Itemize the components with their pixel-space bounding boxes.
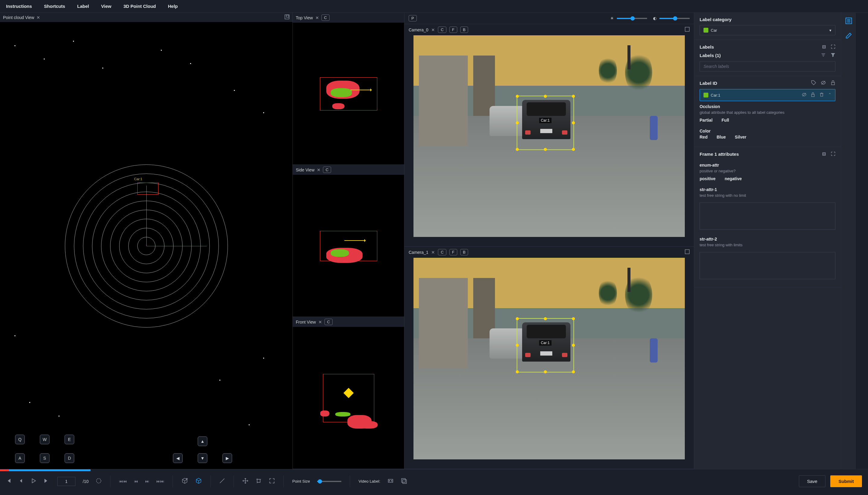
color-blue[interactable]: Blue <box>716 135 726 139</box>
key-e[interactable]: E <box>65 434 74 444</box>
save-button[interactable]: Save <box>799 475 826 487</box>
key-d[interactable]: D <box>65 453 74 463</box>
point-size-slider[interactable] <box>317 481 341 482</box>
key-q[interactable]: Q <box>15 434 25 444</box>
collapse-icon[interactable]: ⊟ <box>822 44 826 50</box>
search-labels-input[interactable]: Search labels <box>699 61 835 71</box>
occlusion-partial[interactable]: Partial <box>699 118 713 122</box>
skip-end-icon[interactable] <box>44 478 49 484</box>
close-icon[interactable]: ✕ <box>318 320 322 324</box>
trash-icon[interactable] <box>819 92 824 98</box>
video-label-icon-2[interactable] <box>401 478 407 485</box>
camera-1-image[interactable]: Car:1 <box>414 258 685 459</box>
key-c[interactable]: C <box>438 249 446 255</box>
crop-icon[interactable] <box>256 478 262 485</box>
menu-label[interactable]: Label <box>77 4 89 9</box>
ruler-icon[interactable] <box>219 478 225 485</box>
skip-start-icon[interactable] <box>6 478 12 484</box>
top-view-canvas[interactable] <box>293 23 404 165</box>
right-sidebar: Label category Car ▾ Labels ⊟ <box>694 13 856 469</box>
close-icon[interactable]: ✕ <box>317 168 320 172</box>
close-icon[interactable]: ✕ <box>315 15 319 20</box>
lock-icon[interactable] <box>811 92 815 98</box>
annotation-bbox[interactable]: Car:1 <box>517 318 574 373</box>
prev-icon[interactable] <box>19 478 23 484</box>
expand-icon[interactable]: ⛶ <box>831 44 835 50</box>
enum-positive[interactable]: positive <box>699 176 716 181</box>
close-icon[interactable]: ✕ <box>431 28 435 32</box>
frame-number-input[interactable] <box>57 477 75 486</box>
list-icon[interactable] <box>845 17 852 25</box>
occlusion-full[interactable]: Full <box>722 118 729 122</box>
key-c[interactable]: C <box>325 319 333 325</box>
timeline-progress[interactable] <box>0 470 90 471</box>
add-cuboid-icon[interactable]: + <box>181 478 188 485</box>
chevron-up-icon[interactable]: ⌃ <box>828 92 832 98</box>
menu-view[interactable]: View <box>101 4 111 9</box>
key-p[interactable]: P <box>409 15 417 21</box>
key-s[interactable]: S <box>40 453 50 463</box>
maximize-icon[interactable] <box>685 27 690 33</box>
arrow-right-icon[interactable]: ▶ <box>222 453 232 463</box>
expand-icon[interactable]: ⛶ <box>831 151 835 157</box>
video-label-icon-1[interactable] <box>387 478 394 485</box>
eye-off-icon[interactable] <box>802 92 806 98</box>
arrow-down-icon[interactable]: ▼ <box>198 453 207 463</box>
brightness-slider[interactable]: ☀ <box>610 16 647 20</box>
prev-label-icon[interactable]: ⏮ <box>134 479 138 483</box>
move-icon[interactable] <box>242 478 248 485</box>
forward-icon[interactable]: ⏭⏭ <box>156 479 164 483</box>
point-cloud-canvas[interactable]: Car:1 Q W E A S D <box>0 23 293 469</box>
key-a[interactable]: A <box>15 453 25 463</box>
annotation-bbox[interactable]: Car:1 <box>517 96 574 150</box>
point-cloud-header: Point cloud View ✕ <box>0 13 293 22</box>
front-view-canvas[interactable] <box>293 327 404 469</box>
loading-icon[interactable] <box>96 478 102 485</box>
menu-instructions[interactable]: Instructions <box>6 4 32 9</box>
str-attr-2-input[interactable] <box>699 252 835 279</box>
menu-help[interactable]: Help <box>168 4 178 9</box>
next-label-icon[interactable]: ⏭ <box>145 479 149 483</box>
point-cloud-bbox[interactable] <box>137 183 158 195</box>
key-c[interactable]: C <box>438 27 446 33</box>
key-c[interactable]: C <box>323 167 331 173</box>
category-value: Car <box>711 28 717 33</box>
maximize-icon[interactable] <box>284 15 290 20</box>
key-b[interactable]: B <box>460 27 468 33</box>
key-b[interactable]: B <box>460 249 468 255</box>
camera-0-image[interactable]: Car:1 <box>414 35 685 237</box>
label-item-car-1[interactable]: Car:1 ⌃ <box>699 89 835 101</box>
color-red[interactable]: Red <box>699 135 708 139</box>
fullscreen-icon[interactable] <box>269 478 275 485</box>
arrow-left-icon[interactable]: ◀ <box>173 453 183 463</box>
rewind-icon[interactable]: ⏮⏮ <box>119 479 127 483</box>
key-c[interactable]: C <box>322 15 330 21</box>
eye-off-icon[interactable] <box>821 80 826 86</box>
filter-icon[interactable] <box>831 52 835 58</box>
fit-cuboid-icon[interactable] <box>195 478 202 485</box>
menu-shortcuts[interactable]: Shortcuts <box>44 4 65 9</box>
key-f[interactable]: F <box>449 249 457 255</box>
tag-icon[interactable] <box>811 80 816 86</box>
contrast-slider[interactable]: ◐ <box>653 16 690 20</box>
submit-button[interactable]: Submit <box>830 475 862 487</box>
maximize-icon[interactable] <box>685 249 690 255</box>
arrow-up-icon[interactable]: ▲ <box>198 437 207 446</box>
side-view-canvas[interactable] <box>293 175 404 317</box>
key-f[interactable]: F <box>449 27 457 33</box>
close-icon[interactable]: ✕ <box>36 15 40 20</box>
enum-negative[interactable]: negative <box>725 176 742 181</box>
svg-rect-21 <box>402 479 406 483</box>
views-column: Top View ✕ C Side View ✕ C <box>293 13 404 469</box>
str-attr-1-input[interactable] <box>699 203 835 230</box>
play-icon[interactable] <box>31 478 36 484</box>
category-dropdown[interactable]: Car ▾ <box>699 25 835 35</box>
lock-icon[interactable] <box>831 80 835 86</box>
close-icon[interactable]: ✕ <box>431 250 435 255</box>
edit-icon[interactable] <box>845 32 852 40</box>
color-silver[interactable]: Silver <box>735 135 746 139</box>
sort-icon[interactable] <box>821 52 826 58</box>
menu-3d-point-cloud[interactable]: 3D Point Cloud <box>123 4 156 9</box>
collapse-icon[interactable]: ⊟ <box>822 151 826 157</box>
key-w[interactable]: W <box>40 434 50 444</box>
